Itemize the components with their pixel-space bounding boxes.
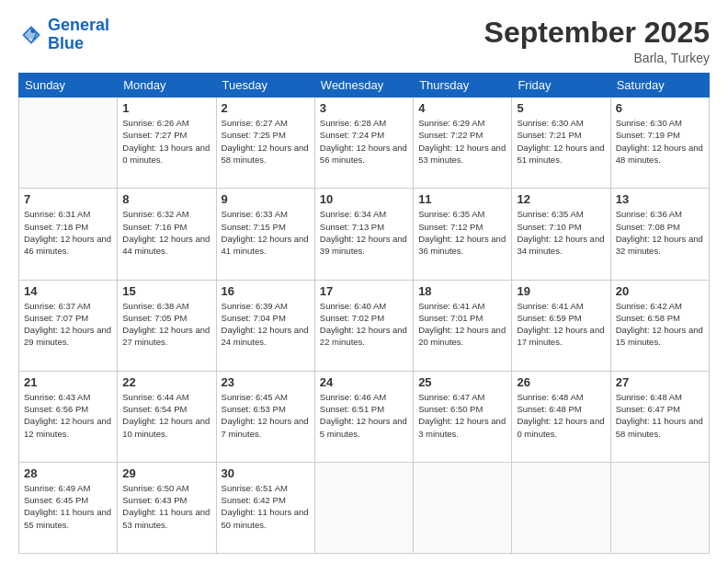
day-info: Sunrise: 6:34 AM Sunset: 7:13 PM Dayligh…	[320, 208, 408, 257]
header-wednesday: Wednesday	[314, 74, 413, 98]
calendar-cell: 16Sunrise: 6:39 AM Sunset: 7:04 PM Dayli…	[216, 280, 314, 371]
day-info: Sunrise: 6:33 AM Sunset: 7:15 PM Dayligh…	[222, 208, 310, 257]
calendar-cell: 17Sunrise: 6:40 AM Sunset: 7:02 PM Dayli…	[314, 280, 413, 371]
calendar-cell: 18Sunrise: 6:41 AM Sunset: 7:01 PM Dayli…	[414, 280, 512, 371]
day-number: 24	[320, 375, 408, 389]
weekday-header-row: Sunday Monday Tuesday Wednesday Thursday…	[19, 74, 710, 98]
calendar-cell: 22Sunrise: 6:44 AM Sunset: 6:54 PM Dayli…	[118, 371, 216, 462]
day-info: Sunrise: 6:49 AM Sunset: 6:45 PM Dayligh…	[24, 482, 112, 531]
day-number: 12	[517, 192, 605, 206]
day-number: 11	[418, 192, 506, 206]
day-info: Sunrise: 6:31 AM Sunset: 7:18 PM Dayligh…	[24, 208, 112, 257]
day-info: Sunrise: 6:28 AM Sunset: 7:24 PM Dayligh…	[320, 117, 408, 166]
calendar-cell: 14Sunrise: 6:37 AM Sunset: 7:07 PM Dayli…	[19, 280, 118, 371]
day-number: 17	[320, 284, 408, 298]
day-number: 1	[122, 101, 210, 115]
calendar-cell: 8Sunrise: 6:32 AM Sunset: 7:16 PM Daylig…	[118, 189, 216, 280]
calendar-cell: 20Sunrise: 6:42 AM Sunset: 6:58 PM Dayli…	[610, 280, 709, 371]
day-number: 26	[517, 375, 605, 389]
day-number: 2	[222, 101, 310, 115]
header-friday: Friday	[512, 74, 610, 98]
day-number: 10	[320, 192, 408, 206]
calendar-cell: 21Sunrise: 6:43 AM Sunset: 6:56 PM Dayli…	[19, 371, 118, 462]
day-info: Sunrise: 6:36 AM Sunset: 7:08 PM Dayligh…	[616, 208, 704, 257]
day-number: 27	[616, 375, 704, 389]
day-info: Sunrise: 6:29 AM Sunset: 7:22 PM Dayligh…	[418, 117, 506, 166]
day-number: 16	[222, 284, 310, 298]
day-number: 8	[122, 192, 210, 206]
calendar-week-1: 7Sunrise: 6:31 AM Sunset: 7:18 PM Daylig…	[19, 189, 710, 280]
header-monday: Monday	[118, 74, 216, 98]
day-info: Sunrise: 6:32 AM Sunset: 7:16 PM Dayligh…	[122, 208, 210, 257]
day-info: Sunrise: 6:30 AM Sunset: 7:19 PM Dayligh…	[616, 117, 704, 166]
header-tuesday: Tuesday	[216, 74, 314, 98]
day-number: 30	[222, 466, 310, 480]
day-number: 22	[122, 375, 210, 389]
header-thursday: Thursday	[414, 74, 512, 98]
day-info: Sunrise: 6:47 AM Sunset: 6:50 PM Dayligh…	[418, 391, 506, 440]
calendar-week-3: 21Sunrise: 6:43 AM Sunset: 6:56 PM Dayli…	[19, 371, 710, 462]
day-info: Sunrise: 6:30 AM Sunset: 7:21 PM Dayligh…	[517, 117, 605, 166]
day-number: 28	[24, 466, 112, 480]
day-info: Sunrise: 6:43 AM Sunset: 6:56 PM Dayligh…	[24, 391, 112, 440]
title-block: September 2025 Barla, Turkey	[484, 17, 710, 65]
calendar-cell: 5Sunrise: 6:30 AM Sunset: 7:21 PM Daylig…	[512, 98, 610, 189]
page: General Blue September 2025 Barla, Turke…	[0, 0, 728, 563]
day-number: 25	[418, 375, 506, 389]
day-number: 18	[418, 284, 506, 298]
calendar: Sunday Monday Tuesday Wednesday Thursday…	[18, 73, 710, 554]
calendar-cell: 10Sunrise: 6:34 AM Sunset: 7:13 PM Dayli…	[314, 189, 413, 280]
day-number: 7	[24, 192, 112, 206]
day-info: Sunrise: 6:45 AM Sunset: 6:53 PM Dayligh…	[222, 391, 310, 440]
logo: General Blue	[18, 17, 109, 53]
month-title: September 2025	[484, 17, 710, 49]
day-info: Sunrise: 6:26 AM Sunset: 7:27 PM Dayligh…	[122, 117, 210, 166]
day-number: 5	[517, 101, 605, 115]
day-info: Sunrise: 6:41 AM Sunset: 7:01 PM Dayligh…	[418, 300, 506, 349]
day-info: Sunrise: 6:37 AM Sunset: 7:07 PM Dayligh…	[24, 300, 112, 349]
calendar-cell	[414, 462, 512, 553]
day-number: 3	[320, 101, 408, 115]
calendar-cell: 27Sunrise: 6:48 AM Sunset: 6:47 PM Dayli…	[610, 371, 709, 462]
location: Barla, Turkey	[484, 51, 710, 65]
day-info: Sunrise: 6:39 AM Sunset: 7:04 PM Dayligh…	[222, 300, 310, 349]
calendar-cell: 23Sunrise: 6:45 AM Sunset: 6:53 PM Dayli…	[216, 371, 314, 462]
header-saturday: Saturday	[610, 74, 709, 98]
logo-icon	[18, 22, 44, 48]
day-info: Sunrise: 6:44 AM Sunset: 6:54 PM Dayligh…	[122, 391, 210, 440]
calendar-cell: 4Sunrise: 6:29 AM Sunset: 7:22 PM Daylig…	[414, 98, 512, 189]
calendar-cell: 9Sunrise: 6:33 AM Sunset: 7:15 PM Daylig…	[216, 189, 314, 280]
day-number: 20	[616, 284, 704, 298]
day-number: 13	[616, 192, 704, 206]
day-info: Sunrise: 6:48 AM Sunset: 6:47 PM Dayligh…	[616, 391, 704, 440]
calendar-cell: 19Sunrise: 6:41 AM Sunset: 6:59 PM Dayli…	[512, 280, 610, 371]
day-number: 23	[222, 375, 310, 389]
calendar-cell: 7Sunrise: 6:31 AM Sunset: 7:18 PM Daylig…	[19, 189, 118, 280]
day-info: Sunrise: 6:50 AM Sunset: 6:43 PM Dayligh…	[122, 482, 210, 531]
calendar-cell: 28Sunrise: 6:49 AM Sunset: 6:45 PM Dayli…	[19, 462, 118, 553]
calendar-cell: 13Sunrise: 6:36 AM Sunset: 7:08 PM Dayli…	[610, 189, 709, 280]
calendar-cell: 30Sunrise: 6:51 AM Sunset: 6:42 PM Dayli…	[216, 462, 314, 553]
day-info: Sunrise: 6:48 AM Sunset: 6:48 PM Dayligh…	[517, 391, 605, 440]
calendar-cell: 1Sunrise: 6:26 AM Sunset: 7:27 PM Daylig…	[118, 98, 216, 189]
calendar-cell: 6Sunrise: 6:30 AM Sunset: 7:19 PM Daylig…	[610, 98, 709, 189]
day-number: 9	[222, 192, 310, 206]
calendar-cell	[512, 462, 610, 553]
day-number: 6	[616, 101, 704, 115]
calendar-cell: 15Sunrise: 6:38 AM Sunset: 7:05 PM Dayli…	[118, 280, 216, 371]
day-info: Sunrise: 6:51 AM Sunset: 6:42 PM Dayligh…	[222, 482, 310, 531]
calendar-cell: 3Sunrise: 6:28 AM Sunset: 7:24 PM Daylig…	[314, 98, 413, 189]
day-info: Sunrise: 6:35 AM Sunset: 7:12 PM Dayligh…	[418, 208, 506, 257]
logo-text: General Blue	[48, 17, 109, 53]
day-info: Sunrise: 6:27 AM Sunset: 7:25 PM Dayligh…	[222, 117, 310, 166]
day-info: Sunrise: 6:46 AM Sunset: 6:51 PM Dayligh…	[320, 391, 408, 440]
calendar-week-2: 14Sunrise: 6:37 AM Sunset: 7:07 PM Dayli…	[19, 280, 710, 371]
day-info: Sunrise: 6:38 AM Sunset: 7:05 PM Dayligh…	[122, 300, 210, 349]
header: General Blue September 2025 Barla, Turke…	[18, 17, 710, 65]
calendar-week-0: 1Sunrise: 6:26 AM Sunset: 7:27 PM Daylig…	[19, 98, 710, 189]
calendar-cell: 29Sunrise: 6:50 AM Sunset: 6:43 PM Dayli…	[118, 462, 216, 553]
svg-point-3	[30, 29, 34, 32]
calendar-cell	[610, 462, 709, 553]
header-sunday: Sunday	[19, 74, 118, 98]
day-info: Sunrise: 6:40 AM Sunset: 7:02 PM Dayligh…	[320, 300, 408, 349]
